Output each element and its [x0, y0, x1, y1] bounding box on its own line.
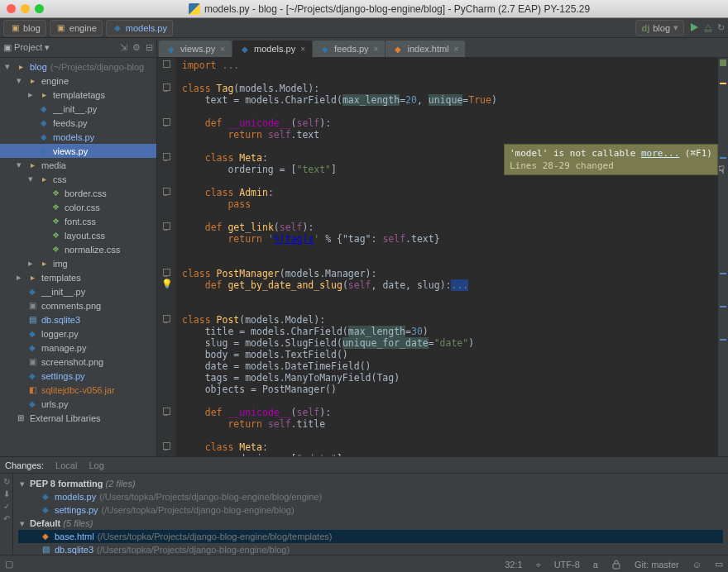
tree-arrow-icon[interactable]: ▾: [15, 160, 23, 170]
gutter-row[interactable]: [157, 393, 176, 405]
changed-file[interactable]: ◆models.py (/Users/topka/Projects/django…: [18, 490, 723, 503]
gutter-row[interactable]: [157, 347, 176, 359]
gutter-row[interactable]: [157, 243, 176, 255]
gutter-row[interactable]: [157, 69, 176, 81]
hide-icon[interactable]: ⊟: [146, 42, 153, 53]
run-config-selector[interactable]: dj blog ▾: [635, 20, 684, 36]
tree-folder[interactable]: ▾▸blog (~/Projects/django-blog: [0, 60, 156, 74]
gear-icon[interactable]: ⚙: [132, 42, 141, 53]
local-tab[interactable]: Local: [55, 460, 77, 470]
tree-arrow-icon[interactable]: ▸: [26, 89, 35, 100]
intention-bulb-icon[interactable]: 💡: [161, 279, 173, 289]
tree-file[interactable]: ❖layout.css: [0, 228, 156, 242]
git-branch[interactable]: Git: master: [635, 560, 679, 570]
gutter-row[interactable]: [157, 58, 176, 69]
warning-mark[interactable]: [720, 83, 726, 84]
gutter-row[interactable]: [157, 336, 176, 347]
gutter-row[interactable]: [157, 81, 176, 93]
rerun-button[interactable]: ↻: [717, 22, 725, 33]
breadcrumb-root[interactable]: ▣ blog: [3, 20, 46, 36]
gutter-row[interactable]: [157, 185, 176, 197]
editor-gutter[interactable]: 💡: [157, 58, 177, 456]
gutter-row[interactable]: [157, 289, 176, 301]
close-tab-icon[interactable]: ×: [374, 45, 379, 54]
gutter-row[interactable]: [157, 104, 176, 116]
refresh-icon[interactable]: ↻: [3, 477, 10, 486]
close-window-button[interactable]: [7, 4, 16, 13]
commit-icon[interactable]: ✓: [3, 502, 10, 511]
tree-arrow-icon[interactable]: ▾: [3, 61, 12, 72]
tree-arrow-icon[interactable]: ▸: [26, 258, 35, 269]
log-tab[interactable]: Log: [89, 460, 103, 470]
fold-toggle-icon[interactable]: [163, 442, 170, 450]
tree-file[interactable]: ❖font.css: [0, 214, 156, 228]
file-encoding[interactable]: UTF-8: [554, 560, 580, 570]
tree-folder[interactable]: ▸▸templates: [0, 270, 156, 284]
gutter-row[interactable]: [157, 370, 176, 382]
tree-file[interactable]: ◆urls.py: [0, 397, 156, 411]
changed-file[interactable]: ▤db.sqlite3 (/Users/topka/Projects/djang…: [18, 543, 723, 555]
tree-file[interactable]: ⊞External Libraries: [0, 411, 156, 425]
gutter-row[interactable]: [157, 150, 176, 162]
tree-file[interactable]: ◆manage.py: [0, 341, 156, 355]
gutter-row[interactable]: [157, 301, 176, 312]
gutter-row[interactable]: [157, 174, 176, 185]
tree-file[interactable]: ◆feeds.py: [0, 116, 156, 130]
hector-icon[interactable]: ☺: [692, 560, 702, 570]
zoom-window-button[interactable]: [35, 4, 44, 13]
gutter-row[interactable]: [157, 208, 176, 220]
change-mark[interactable]: [720, 157, 726, 159]
close-tab-icon[interactable]: ×: [220, 45, 225, 54]
tooltip-more-link[interactable]: more...: [641, 148, 679, 159]
gutter-row[interactable]: [157, 266, 176, 278]
changes-tab[interactable]: Changes:: [5, 460, 44, 470]
fold-toggle-icon[interactable]: [163, 188, 170, 195]
tree-file[interactable]: ◧sqlitejdbc-v056.jar: [0, 383, 156, 397]
fold-toggle-icon[interactable]: [163, 153, 170, 160]
memory-indicator[interactable]: ▭: [715, 559, 723, 570]
fold-toggle-icon[interactable]: [163, 269, 170, 276]
tree-file[interactable]: ▣comments.png: [0, 298, 156, 312]
fold-toggle-icon[interactable]: [163, 408, 170, 415]
line-separator[interactable]: ÷: [536, 560, 541, 570]
gutter-row[interactable]: [157, 428, 176, 440]
inspection-status-icon[interactable]: [720, 60, 726, 66]
tree-folder[interactable]: ▾▸media: [0, 158, 156, 172]
close-tab-icon[interactable]: ×: [300, 45, 305, 54]
project-tree[interactable]: ▾▸blog (~/Projects/django-blog▾▸engine▸▸…: [0, 58, 156, 456]
tree-file[interactable]: ◆__init__.py: [0, 102, 156, 116]
change-mark[interactable]: [720, 306, 726, 307]
minimize-window-button[interactable]: [21, 4, 30, 13]
tree-file[interactable]: ❖normalize.css: [0, 242, 156, 256]
fold-toggle-icon[interactable]: [163, 222, 170, 230]
changed-file[interactable]: ◆settings.py (/Users/topka/Projects/djan…: [18, 503, 723, 517]
tree-file[interactable]: ◆views.py: [0, 144, 156, 158]
editor-tab[interactable]: ◆index.html×: [386, 41, 465, 57]
project-view-selector[interactable]: ▣ Project ▾: [3, 42, 50, 53]
editor-scrollbar[interactable]: [718, 58, 728, 456]
tree-file[interactable]: ❖color.css: [0, 200, 156, 214]
breadcrumb-file[interactable]: ◆ models.py: [106, 20, 173, 36]
gutter-row[interactable]: [157, 312, 176, 324]
tree-folder[interactable]: ▾▸css: [0, 172, 156, 186]
fold-toggle-icon[interactable]: [163, 118, 170, 126]
change-mark[interactable]: [720, 339, 726, 341]
tree-arrow-icon[interactable]: ▾: [15, 75, 23, 86]
changelist-group[interactable]: ▾Default (5 files): [18, 517, 723, 530]
tree-file[interactable]: ◆models.py: [0, 130, 156, 144]
tree-file[interactable]: ▣screenshot.png: [0, 355, 156, 369]
readonly-lock-icon[interactable]: [611, 560, 621, 570]
gutter-row[interactable]: [157, 359, 176, 370]
run-button[interactable]: [689, 22, 699, 34]
changelist-group[interactable]: ▾PEP 8 formatting (2 files): [18, 477, 723, 490]
gutter-row[interactable]: [157, 220, 176, 231]
tree-arrow-icon[interactable]: ▾: [26, 174, 35, 184]
fold-toggle-icon[interactable]: [163, 83, 170, 91]
gutter-row[interactable]: [157, 139, 176, 150]
code-content[interactable]: import ... class Tag(models.Model): text…: [177, 58, 718, 456]
gutter-row[interactable]: [157, 405, 176, 417]
gutter-row[interactable]: 💡: [157, 278, 176, 289]
debug-button[interactable]: ⧋: [704, 22, 712, 33]
editor-tab[interactable]: ◆feeds.py×: [313, 41, 385, 57]
code-editor[interactable]: 💡 import ... class Tag(models.Model): te…: [157, 58, 728, 456]
